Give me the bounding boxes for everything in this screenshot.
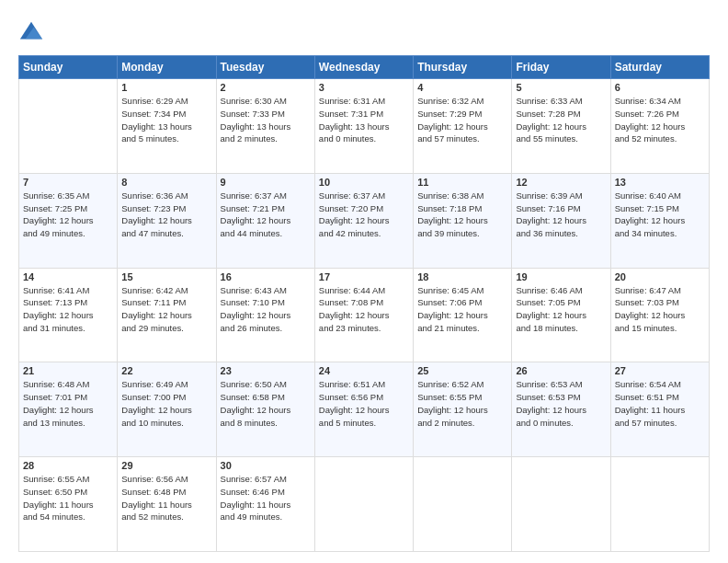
day-info: Sunrise: 6:33 AMSunset: 7:28 PMDaylight:… bbox=[516, 95, 606, 145]
header bbox=[18, 17, 710, 46]
day-info-line: Sunrise: 6:34 AM bbox=[615, 95, 705, 108]
day-info-line: Sunset: 7:06 PM bbox=[417, 296, 507, 309]
day-info: Sunrise: 6:32 AMSunset: 7:29 PMDaylight:… bbox=[417, 95, 507, 145]
calendar-cell: 11Sunrise: 6:38 AMSunset: 7:18 PMDayligh… bbox=[414, 173, 512, 268]
calendar-cell: 22Sunrise: 6:49 AMSunset: 7:00 PMDayligh… bbox=[118, 362, 216, 457]
day-info-line: Sunrise: 6:53 AM bbox=[516, 378, 606, 391]
day-number: 12 bbox=[516, 177, 606, 188]
day-info-line: Sunrise: 6:40 AM bbox=[615, 190, 705, 202]
day-number: 9 bbox=[221, 177, 311, 188]
day-number: 28 bbox=[23, 460, 113, 471]
weekday-header-saturday: Saturday bbox=[610, 56, 709, 79]
day-number: 19 bbox=[516, 271, 606, 282]
day-info: Sunrise: 6:29 AMSunset: 7:34 PMDaylight:… bbox=[121, 95, 211, 145]
logo-icon bbox=[18, 20, 44, 46]
day-number: 16 bbox=[221, 271, 311, 282]
calendar-cell: 28Sunrise: 6:55 AMSunset: 6:50 PMDayligh… bbox=[19, 457, 118, 552]
day-info-line: and 49 minutes. bbox=[221, 511, 311, 523]
day-info-line: Sunrise: 6:49 AM bbox=[121, 378, 211, 391]
logo bbox=[18, 20, 48, 46]
day-info-line: and 15 minutes. bbox=[615, 322, 705, 335]
day-info-line: Sunrise: 6:54 AM bbox=[615, 378, 705, 391]
day-info-line: and 21 minutes. bbox=[417, 322, 507, 335]
calendar-cell: 9Sunrise: 6:37 AMSunset: 7:21 PMDaylight… bbox=[216, 173, 314, 268]
calendar-cell bbox=[512, 457, 610, 552]
weekday-header-friday: Friday bbox=[512, 56, 610, 79]
day-info-line: Daylight: 12 hours bbox=[23, 309, 113, 322]
day-info-line: Daylight: 12 hours bbox=[121, 214, 211, 227]
day-info-line: Sunrise: 6:32 AM bbox=[417, 95, 507, 108]
day-number: 18 bbox=[417, 271, 507, 282]
calendar-cell: 13Sunrise: 6:40 AMSunset: 7:15 PMDayligh… bbox=[610, 173, 709, 268]
day-number: 26 bbox=[516, 365, 606, 376]
day-info-line: Sunset: 7:00 PM bbox=[121, 391, 211, 404]
day-info-line: Sunrise: 6:57 AM bbox=[221, 473, 311, 486]
day-info-line: Sunrise: 6:45 AM bbox=[417, 284, 507, 297]
day-info: Sunrise: 6:56 AMSunset: 6:48 PMDaylight:… bbox=[121, 473, 211, 523]
calendar-cell: 20Sunrise: 6:47 AMSunset: 7:03 PMDayligh… bbox=[610, 268, 709, 362]
day-info-line: Daylight: 12 hours bbox=[23, 404, 113, 417]
day-info-line: Daylight: 12 hours bbox=[417, 404, 507, 417]
day-number: 25 bbox=[417, 365, 507, 376]
day-info-line: Sunset: 7:01 PM bbox=[23, 391, 113, 404]
weekday-header-monday: Monday bbox=[118, 56, 216, 79]
day-info-line: Sunset: 7:16 PM bbox=[516, 202, 606, 215]
day-info-line: Daylight: 12 hours bbox=[221, 214, 311, 227]
calendar-cell: 16Sunrise: 6:43 AMSunset: 7:10 PMDayligh… bbox=[216, 268, 314, 362]
day-info-line: Sunrise: 6:46 AM bbox=[516, 284, 606, 297]
day-info-line: and 2 minutes. bbox=[221, 132, 311, 145]
calendar-cell: 15Sunrise: 6:42 AMSunset: 7:11 PMDayligh… bbox=[118, 268, 216, 362]
day-number: 17 bbox=[319, 271, 409, 282]
day-info-line: and 31 minutes. bbox=[23, 322, 113, 335]
day-number: 6 bbox=[615, 82, 705, 93]
day-info-line: Daylight: 11 hours bbox=[121, 499, 211, 511]
day-number: 15 bbox=[121, 271, 211, 282]
calendar-cell: 10Sunrise: 6:37 AMSunset: 7:20 PMDayligh… bbox=[314, 173, 413, 268]
day-info: Sunrise: 6:41 AMSunset: 7:13 PMDaylight:… bbox=[23, 284, 113, 335]
calendar-cell: 14Sunrise: 6:41 AMSunset: 7:13 PMDayligh… bbox=[19, 268, 118, 362]
day-number: 13 bbox=[615, 177, 705, 188]
day-info-line: Sunrise: 6:39 AM bbox=[516, 190, 606, 202]
calendar-week-5: 28Sunrise: 6:55 AMSunset: 6:50 PMDayligh… bbox=[19, 457, 710, 552]
day-info-line: Sunset: 7:11 PM bbox=[121, 296, 211, 309]
day-info-line: Sunset: 7:15 PM bbox=[615, 202, 705, 215]
calendar-cell: 19Sunrise: 6:46 AMSunset: 7:05 PMDayligh… bbox=[512, 268, 610, 362]
day-info-line: Sunrise: 6:36 AM bbox=[121, 190, 211, 202]
day-info-line: Sunset: 7:29 PM bbox=[417, 108, 507, 121]
day-info: Sunrise: 6:36 AMSunset: 7:23 PMDaylight:… bbox=[121, 190, 211, 240]
day-info-line: Sunrise: 6:35 AM bbox=[23, 190, 113, 202]
day-info-line: Sunset: 7:20 PM bbox=[319, 202, 409, 215]
calendar-cell: 21Sunrise: 6:48 AMSunset: 7:01 PMDayligh… bbox=[19, 362, 118, 457]
day-info: Sunrise: 6:35 AMSunset: 7:25 PMDaylight:… bbox=[23, 190, 113, 240]
day-info-line: Daylight: 12 hours bbox=[121, 309, 211, 322]
day-info-line: Sunset: 6:50 PM bbox=[23, 486, 113, 499]
page: SundayMondayTuesdayWednesdayThursdayFrid… bbox=[0, 0, 728, 563]
day-info-line: Sunset: 7:28 PM bbox=[516, 108, 606, 121]
day-info-line: Sunrise: 6:52 AM bbox=[417, 378, 507, 391]
calendar-cell: 2Sunrise: 6:30 AMSunset: 7:33 PMDaylight… bbox=[216, 79, 314, 174]
day-info-line: Daylight: 13 hours bbox=[221, 121, 311, 133]
day-info-line: Sunset: 6:48 PM bbox=[121, 486, 211, 499]
day-info-line: Daylight: 12 hours bbox=[615, 214, 705, 227]
day-number: 1 bbox=[121, 82, 211, 93]
day-number: 2 bbox=[221, 82, 311, 93]
day-info-line: Daylight: 12 hours bbox=[221, 404, 311, 417]
calendar-cell: 18Sunrise: 6:45 AMSunset: 7:06 PMDayligh… bbox=[414, 268, 512, 362]
day-info-line: Daylight: 13 hours bbox=[121, 121, 211, 133]
day-number: 10 bbox=[319, 177, 409, 188]
day-info-line: Sunset: 6:55 PM bbox=[417, 391, 507, 404]
calendar-cell: 3Sunrise: 6:31 AMSunset: 7:31 PMDaylight… bbox=[314, 79, 413, 174]
weekday-header-tuesday: Tuesday bbox=[216, 56, 314, 79]
day-info-line: Daylight: 12 hours bbox=[417, 309, 507, 322]
calendar-week-4: 21Sunrise: 6:48 AMSunset: 7:01 PMDayligh… bbox=[19, 362, 710, 457]
calendar-cell: 25Sunrise: 6:52 AMSunset: 6:55 PMDayligh… bbox=[414, 362, 512, 457]
day-info: Sunrise: 6:47 AMSunset: 7:03 PMDaylight:… bbox=[615, 284, 705, 335]
day-info-line: and 29 minutes. bbox=[121, 322, 211, 335]
day-info-line: and 5 minutes. bbox=[121, 132, 211, 145]
day-info: Sunrise: 6:57 AMSunset: 6:46 PMDaylight:… bbox=[221, 473, 311, 523]
calendar-cell bbox=[19, 79, 118, 174]
day-info-line: Sunrise: 6:37 AM bbox=[221, 190, 311, 202]
day-info-line: and 26 minutes. bbox=[221, 322, 311, 335]
day-info-line: Sunrise: 6:44 AM bbox=[319, 284, 409, 297]
day-info-line: Sunrise: 6:41 AM bbox=[23, 284, 113, 297]
